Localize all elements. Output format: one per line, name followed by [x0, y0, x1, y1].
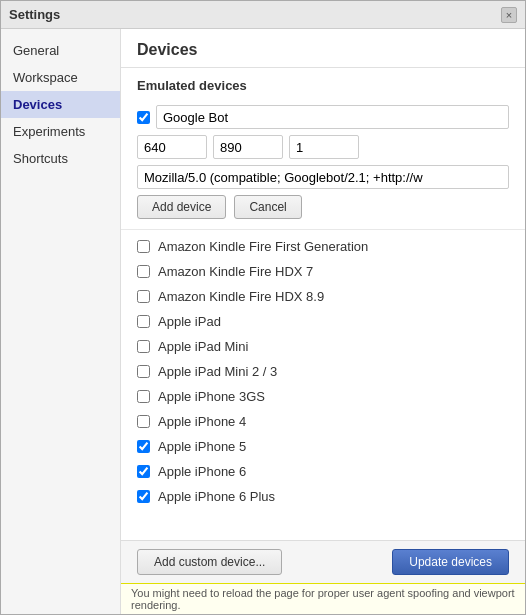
device-label-apple-iphone-5[interactable]: Apple iPhone 5: [158, 439, 246, 454]
device-width-input[interactable]: [137, 135, 207, 159]
list-item: Apple iPhone 5: [121, 434, 525, 459]
device-dpr-input[interactable]: [289, 135, 359, 159]
device-list-wrapper: Amazon Kindle Fire First GenerationAmazo…: [121, 230, 525, 540]
sidebar-item-shortcuts[interactable]: Shortcuts: [1, 145, 120, 172]
device-checkbox-apple-iphone-4[interactable]: [137, 415, 150, 428]
sidebar-item-devices[interactable]: Devices: [1, 91, 120, 118]
device-label-apple-ipad-mini-23[interactable]: Apple iPad Mini 2 / 3: [158, 364, 277, 379]
list-item: Apple iPad Mini 2 / 3: [121, 359, 525, 384]
list-item: Apple iPhone 3GS: [121, 384, 525, 409]
sidebar-item-experiments[interactable]: Experiments: [1, 118, 120, 145]
device-checkbox-kindle-fire-hdx89[interactable]: [137, 290, 150, 303]
device-height-input[interactable]: [213, 135, 283, 159]
device-label-apple-iphone-6[interactable]: Apple iPhone 6: [158, 464, 246, 479]
update-devices-button[interactable]: Update devices: [392, 549, 509, 575]
device-ua-input[interactable]: [137, 165, 509, 189]
device-checkbox-apple-iphone-5[interactable]: [137, 440, 150, 453]
device-checkbox-apple-ipad[interactable]: [137, 315, 150, 328]
add-device-button[interactable]: Add device: [137, 195, 226, 219]
device-checkbox-apple-iphone-3gs[interactable]: [137, 390, 150, 403]
list-item: Amazon Kindle Fire HDX 7: [121, 259, 525, 284]
main-layout: General Workspace Devices Experiments Sh…: [1, 29, 525, 614]
device-enabled-checkbox[interactable]: [137, 111, 150, 124]
add-device-form: Add device Cancel: [121, 99, 525, 230]
device-label-apple-iphone-3gs[interactable]: Apple iPhone 3GS: [158, 389, 265, 404]
device-label-apple-ipad-mini[interactable]: Apple iPad Mini: [158, 339, 248, 354]
device-label-apple-ipad[interactable]: Apple iPad: [158, 314, 221, 329]
list-item: Amazon Kindle Fire HDX 8.9: [121, 284, 525, 309]
device-checkbox-apple-ipad-mini[interactable]: [137, 340, 150, 353]
status-message: You might need to reload the page for pr…: [131, 587, 515, 611]
device-label-kindle-fire-1g[interactable]: Amazon Kindle Fire First Generation: [158, 239, 368, 254]
settings-window: Settings × General Workspace Devices Exp…: [0, 0, 526, 615]
device-label-apple-iphone-4[interactable]: Apple iPhone 4: [158, 414, 246, 429]
list-item: Apple iPad Mini: [121, 334, 525, 359]
device-checkbox-kindle-fire-1g[interactable]: [137, 240, 150, 253]
device-label-kindle-fire-hdx7[interactable]: Amazon Kindle Fire HDX 7: [158, 264, 313, 279]
device-checkbox-apple-iphone-6[interactable]: [137, 465, 150, 478]
sidebar-item-general[interactable]: General: [1, 37, 120, 64]
device-ua-row: [137, 165, 509, 189]
list-item: Apple iPhone 6: [121, 459, 525, 484]
page-title: Devices: [121, 29, 525, 68]
form-buttons: Add device Cancel: [137, 195, 509, 219]
device-name-input[interactable]: [156, 105, 509, 129]
device-list: Amazon Kindle Fire First GenerationAmazo…: [121, 230, 525, 513]
footer: Add custom device... Update devices: [121, 540, 525, 583]
title-bar: Settings ×: [1, 1, 525, 29]
emulated-devices-label: Emulated devices: [121, 68, 525, 99]
device-label-apple-iphone-6-plus[interactable]: Apple iPhone 6 Plus: [158, 489, 275, 504]
list-item: Apple iPhone 6 Plus: [121, 484, 525, 509]
device-dimensions-row: [137, 135, 509, 159]
device-name-row: [137, 105, 509, 129]
close-button[interactable]: ×: [501, 7, 517, 23]
list-item: Apple iPad: [121, 309, 525, 334]
list-item: Apple iPhone 4: [121, 409, 525, 434]
status-bar: You might need to reload the page for pr…: [121, 583, 525, 614]
sidebar: General Workspace Devices Experiments Sh…: [1, 29, 121, 614]
content-area: Devices Emulated devices Add device C: [121, 29, 525, 614]
window-title: Settings: [9, 7, 60, 22]
device-checkbox-apple-ipad-mini-23[interactable]: [137, 365, 150, 378]
list-item: Amazon Kindle Fire First Generation: [121, 234, 525, 259]
cancel-button[interactable]: Cancel: [234, 195, 301, 219]
device-checkbox-apple-iphone-6-plus[interactable]: [137, 490, 150, 503]
add-custom-device-button[interactable]: Add custom device...: [137, 549, 282, 575]
sidebar-item-workspace[interactable]: Workspace: [1, 64, 120, 91]
device-checkbox-kindle-fire-hdx7[interactable]: [137, 265, 150, 278]
device-label-kindle-fire-hdx89[interactable]: Amazon Kindle Fire HDX 8.9: [158, 289, 324, 304]
